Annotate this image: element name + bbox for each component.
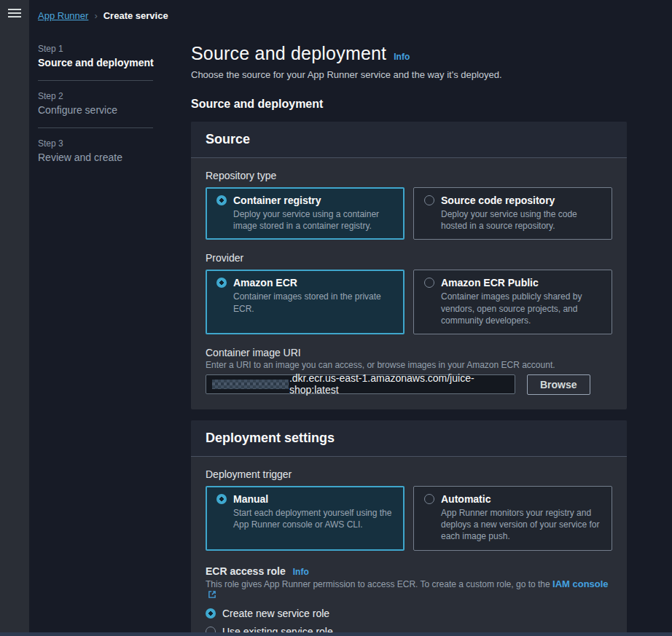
repository-type-label: Repository type bbox=[206, 170, 612, 181]
card-desc: Deploy your service using a container im… bbox=[233, 208, 394, 232]
uri-value-text: .dkr.ecr.us-east-1.amazonaws.com/juice-s… bbox=[289, 372, 509, 396]
card-desc: Container images stored in the private E… bbox=[233, 291, 394, 314]
trigger-automatic-option[interactable]: Automatic App Runner monitors your regis… bbox=[413, 486, 612, 551]
step-1-source-and-deployment: Step 1 Source and deployment bbox=[38, 44, 191, 68]
source-panel-title: Source bbox=[191, 122, 627, 158]
container-image-uri-label: Container image URI bbox=[206, 347, 612, 358]
ecr-access-role-label: ECR access role bbox=[206, 565, 286, 577]
step-divider bbox=[38, 127, 153, 128]
card-title: Source code repository bbox=[441, 195, 555, 206]
deployment-settings-panel: Deployment settings Deployment trigger M… bbox=[191, 420, 627, 636]
collapsed-sidebar bbox=[0, 0, 29, 636]
ecr-access-role-desc: This role gives App Runner permission to… bbox=[206, 578, 612, 600]
trigger-manual-option[interactable]: Manual Start each deployment yourself us… bbox=[206, 486, 405, 551]
wizard-steps-nav: Step 1 Source and deployment Step 2 Conf… bbox=[38, 21, 191, 636]
menu-icon[interactable] bbox=[8, 9, 21, 17]
redacted-account-id bbox=[212, 380, 289, 389]
provider-amazon-ecr-public-option[interactable]: Amazon ECR Public Container images publi… bbox=[413, 270, 612, 334]
step-3-eyebrow: Step 3 bbox=[38, 138, 191, 149]
ecr-role-desc-text: This role gives App Runner permission to… bbox=[206, 579, 552, 589]
card-title: Amazon ECR Public bbox=[441, 277, 539, 288]
page-title: Source and deployment bbox=[191, 43, 386, 64]
card-title: Manual bbox=[233, 493, 268, 505]
breadcrumb: App Runner › Create service bbox=[38, 0, 672, 21]
provider-amazon-ecr-option[interactable]: Amazon ECR Container images stored in th… bbox=[206, 270, 405, 334]
create-new-service-role-radio[interactable]: Create new service role bbox=[206, 608, 612, 619]
external-link-icon bbox=[208, 590, 216, 599]
breadcrumb-separator-icon: › bbox=[94, 10, 97, 21]
card-title: Automatic bbox=[441, 493, 491, 505]
step-1-eyebrow: Step 1 bbox=[38, 44, 191, 54]
section-heading: Source and deployment bbox=[191, 98, 627, 111]
deployment-settings-title: Deployment settings bbox=[191, 420, 627, 457]
radio-unselected-icon[interactable] bbox=[424, 494, 434, 504]
card-title: Amazon ECR bbox=[233, 277, 297, 288]
deployment-trigger-label: Deployment trigger bbox=[206, 468, 612, 480]
container-image-uri-desc: Enter a URI to an image you can access, … bbox=[206, 360, 612, 370]
step-1-label: Source and deployment bbox=[38, 57, 191, 68]
step-divider bbox=[38, 80, 153, 81]
breadcrumb-app-runner-link[interactable]: App Runner bbox=[38, 10, 88, 21]
radio-selected-icon[interactable] bbox=[216, 195, 227, 205]
repo-type-source-code-repository-option[interactable]: Source code repository Deploy your servi… bbox=[413, 187, 612, 240]
page-title-info-link[interactable]: Info bbox=[394, 52, 410, 62]
app-runner-create-service-page: App Runner › Create service Step 1 Sourc… bbox=[0, 0, 672, 636]
step-3-label: Review and create bbox=[38, 152, 191, 163]
radio-selected-icon[interactable] bbox=[206, 608, 216, 619]
source-panel: Source Repository type Container registr… bbox=[191, 122, 627, 409]
radio-selected-icon[interactable] bbox=[216, 278, 227, 288]
card-desc: App Runner monitors your registry and de… bbox=[441, 507, 601, 543]
container-image-uri-input[interactable]: .dkr.ecr.us-east-1.amazonaws.com/juice-s… bbox=[206, 374, 515, 394]
radio-selected-icon[interactable] bbox=[216, 494, 227, 504]
repo-type-container-registry-option[interactable]: Container registry Deploy your service u… bbox=[206, 187, 405, 240]
wizard-main-column: Source and deployment Info Choose the so… bbox=[191, 21, 627, 636]
step-2-configure-service[interactable]: Step 2 Configure service bbox=[38, 91, 191, 116]
page-subtitle: Choose the source for your App Runner se… bbox=[191, 69, 627, 80]
card-desc: Start each deployment yourself using the… bbox=[233, 507, 394, 530]
radio-unselected-icon[interactable] bbox=[424, 278, 434, 288]
card-desc: Container images publicly shared by vend… bbox=[441, 291, 601, 326]
radio-label: Create new service role bbox=[222, 608, 329, 619]
step-2-label: Configure service bbox=[38, 104, 191, 116]
card-desc: Deploy your service using the code hoste… bbox=[441, 208, 601, 232]
card-title: Container registry bbox=[233, 195, 321, 206]
step-2-eyebrow: Step 2 bbox=[38, 91, 191, 101]
provider-label: Provider bbox=[206, 252, 612, 264]
breadcrumb-current: Create service bbox=[103, 10, 168, 21]
ecr-access-role-info-link[interactable]: Info bbox=[293, 567, 309, 577]
footer-bar bbox=[0, 632, 672, 636]
browse-button[interactable]: Browse bbox=[527, 374, 590, 395]
radio-unselected-icon[interactable] bbox=[424, 195, 434, 205]
step-3-review-and-create[interactable]: Step 3 Review and create bbox=[38, 138, 191, 163]
content-area: App Runner › Create service Step 1 Sourc… bbox=[29, 0, 672, 636]
